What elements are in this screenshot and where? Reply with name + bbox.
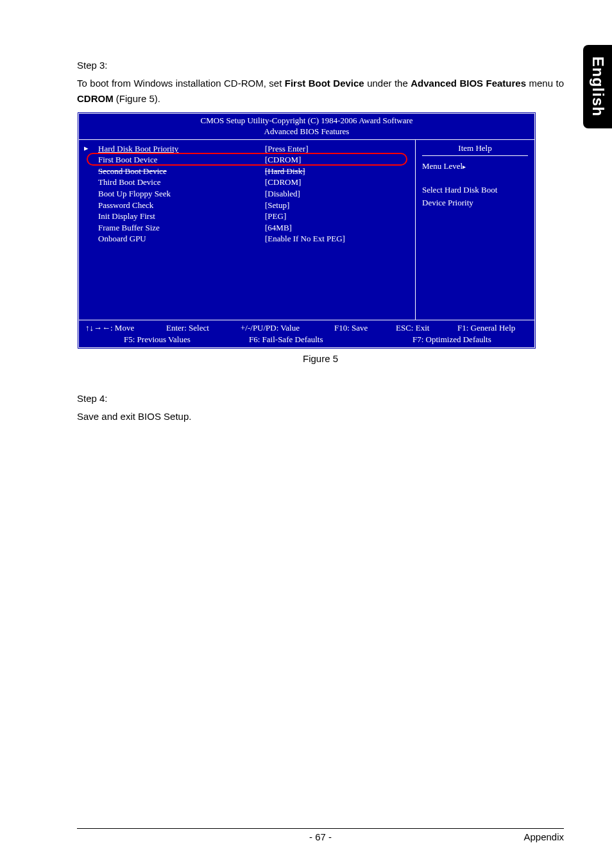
footer-move: ↑↓→←: Move	[85, 322, 149, 334]
footer-value: +/-/PU/PD: Value	[241, 322, 318, 334]
footer-row2: F5: Previous Values F6: Fail-Safe Defaul…	[85, 334, 528, 345]
page-footer: - 67 - Appendix	[77, 828, 564, 842]
bios-row: Onboard GPU [Enable If No Ext PEG]	[85, 233, 409, 245]
page-number: - 67 -	[309, 831, 332, 842]
bios-value: [64MB]	[265, 222, 409, 234]
bios-value: [Disabled]	[265, 188, 409, 200]
bios-label: Onboard GPU	[85, 233, 265, 245]
bios-label: Password Check	[85, 200, 265, 211]
bios-screenshot: CMOS Setup Utility-Copyright (C) 1984-20…	[77, 112, 536, 349]
help-title: Item Help	[422, 143, 528, 156]
bios-title2: Advanced BIOS Features	[79, 126, 534, 137]
footer-select: Enter: Select	[166, 322, 224, 334]
bios-label: First Boot Device	[85, 154, 265, 166]
bios-row: Init Display First [PEG]	[85, 211, 409, 222]
bios-label: Third Boot Device	[85, 177, 265, 188]
bios-title1: CMOS Setup Utility-Copyright (C) 1984-20…	[79, 116, 534, 126]
bios-label: Init Display First	[85, 211, 265, 222]
text-pre: To boot from Windows installation CD-ROM…	[77, 78, 285, 89]
help-line1: Select Hard Disk Boot	[422, 184, 528, 196]
menu-level: Menu Level▸	[422, 160, 528, 173]
footer-optimized: F7: Optimized Defaults	[412, 334, 528, 345]
appendix-label: Appendix	[523, 831, 564, 842]
step4-label: Step 4:	[77, 391, 564, 406]
bios-footer: ↑↓→←: Move Enter: Select +/-/PU/PD: Valu…	[79, 320, 534, 347]
footer-row1: ↑↓→←: Move Enter: Select +/-/PU/PD: Valu…	[85, 322, 528, 334]
step4-section: Step 4: Save and exit BIOS Setup.	[77, 391, 564, 424]
bios-left-panel: ▸ Hard Disk Boot Priority [Press Enter] …	[79, 140, 416, 320]
footer-exit: ESC: Exit	[396, 322, 441, 334]
bios-label: Hard Disk Boot Priority	[85, 143, 265, 155]
bios-value: [Setup]	[265, 200, 409, 211]
text-mid2: menu to	[526, 78, 564, 89]
help-line2: Device Priority	[422, 196, 528, 209]
step3-instruction: To boot from Windows installation CD-ROM…	[77, 76, 564, 107]
bios-help-panel: Item Help Menu Level▸ Select Hard Disk B…	[416, 140, 534, 320]
selection-pointer: ▸	[84, 143, 89, 153]
bios-value: [Hard Disk]	[265, 166, 409, 177]
bios-row: Frame Buffer Size [64MB]	[85, 222, 409, 234]
bios-value: [CDROM]	[265, 154, 409, 166]
menu-arrow-icon: ▸	[463, 163, 466, 170]
bios-row: Second Boot Device [Hard Disk]	[85, 166, 409, 177]
figure-caption: Figure 5	[77, 353, 564, 364]
text-mid1: under the	[364, 78, 411, 89]
bios-row: First Boot Device [CDROM]	[85, 154, 409, 166]
bios-row: Third Boot Device [CDROM]	[85, 177, 409, 188]
page-content: Step 3: To boot from Windows installatio…	[0, 0, 612, 424]
bios-body: ▸ Hard Disk Boot Priority [Press Enter] …	[79, 139, 534, 320]
bios-value: [CDROM]	[265, 177, 409, 188]
language-label: English	[589, 56, 607, 117]
step4-text: Save and exit BIOS Setup.	[77, 409, 564, 424]
bios-row: Password Check [Setup]	[85, 200, 409, 211]
language-tab: English	[583, 45, 612, 128]
bios-value: [Enable If No Ext PEG]	[265, 233, 409, 245]
bios-label: Boot Up Floppy Seek	[85, 188, 265, 200]
text-bold2: Advanced BIOS Features	[411, 78, 526, 89]
bios-value: [PEG]	[265, 211, 409, 222]
text-post: (Figure 5).	[114, 93, 160, 104]
help-content: Menu Level▸ Select Hard Disk Boot Device…	[422, 160, 528, 209]
bios-label: Frame Buffer Size	[85, 222, 265, 234]
bios-row: Hard Disk Boot Priority [Press Enter]	[85, 143, 409, 155]
bios-label: Second Boot Device	[85, 166, 265, 177]
text-bold1: First Boot Device	[285, 78, 364, 89]
bios-header: CMOS Setup Utility-Copyright (C) 1984-20…	[79, 114, 534, 139]
footer-help: F1: General Help	[457, 322, 528, 334]
step3-label: Step 3:	[77, 58, 564, 73]
text-bold3: CDROM	[77, 93, 114, 104]
footer-prev: F5: Previous Values	[85, 334, 207, 345]
footer-save: F10: Save	[334, 322, 379, 334]
bios-row: Boot Up Floppy Seek [Disabled]	[85, 188, 409, 200]
bios-value: [Press Enter]	[265, 143, 409, 155]
footer-failsafe: F6: Fail-Safe Defaults	[249, 334, 371, 345]
